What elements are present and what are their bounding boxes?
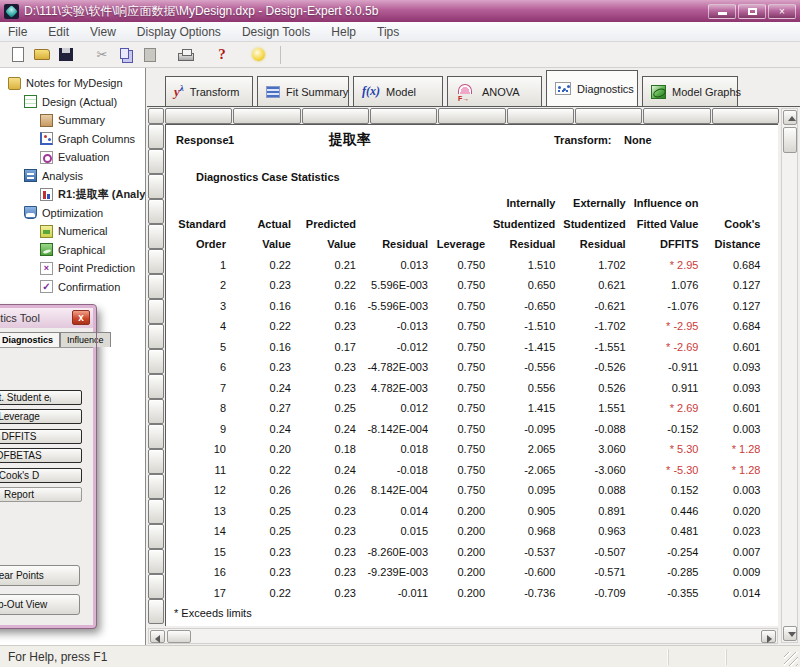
row-header-button[interactable] [148, 349, 164, 374]
toolbar-save-button[interactable] [54, 44, 78, 66]
table-cell: -1.702 [563, 316, 633, 337]
sidebar-item-design-actual[interactable]: Design (Actual) [0, 93, 145, 112]
maximize-button[interactable] [738, 4, 766, 19]
row-header-button[interactable] [148, 124, 164, 149]
scroll-right-button[interactable] [761, 630, 776, 643]
table-cell: 0.16 [234, 337, 299, 358]
row-header-button[interactable] [148, 199, 164, 224]
menu-item-view[interactable]: View [90, 25, 116, 39]
corner-header-button[interactable] [148, 108, 164, 124]
horizontal-scroll-thumb[interactable] [167, 630, 191, 643]
row-header-button[interactable] [148, 449, 164, 474]
table-cell: 15 [166, 542, 234, 563]
row-header-button[interactable] [148, 524, 164, 549]
row-header-button[interactable] [148, 324, 164, 349]
sidebar-item-summary[interactable]: Summary [0, 111, 145, 130]
menu-item-tips[interactable]: Tips [377, 25, 399, 39]
column-header-button[interactable] [643, 108, 710, 124]
column-header-button[interactable] [575, 108, 642, 124]
sidebar-item-confirmation[interactable]: Confirmation [0, 278, 145, 297]
sidebar-item-r1-提取率-analyz[interactable]: R1:提取率 (Analyz [0, 185, 145, 204]
menu-item-display-options[interactable]: Display Options [137, 25, 221, 39]
toolbar-open-button[interactable] [30, 44, 54, 66]
response-label: Response [176, 134, 229, 146]
minimize-button[interactable] [708, 4, 736, 19]
table-cell: 0.23 [299, 378, 364, 399]
column-header-button[interactable] [438, 108, 505, 124]
palette-tab-diagnostics[interactable]: Diagnostics [0, 332, 60, 347]
resize-grip[interactable] [784, 652, 798, 666]
scroll-down-button[interactable] [783, 626, 797, 641]
cut-icon: ✂ [97, 47, 108, 62]
toolbar-paste-button[interactable] [138, 44, 162, 66]
toolbar-help-button[interactable]: ? [210, 44, 234, 66]
tab-model-graphs[interactable]: Model Graphs [642, 76, 738, 106]
row-header-button[interactable] [148, 549, 164, 574]
sidebar-item-label: R1:提取率 (Analyz [58, 187, 146, 202]
horizontal-scrollbar[interactable] [148, 628, 778, 644]
sidebar-item-graphical[interactable]: Graphical [0, 241, 145, 260]
row-header-button[interactable] [148, 474, 164, 499]
row-header-button[interactable] [148, 174, 164, 199]
toolbar-tips-button[interactable] [246, 44, 270, 66]
palette-button-cook-s-d[interactable]: Cook's D [0, 468, 82, 483]
sidebar-item-analysis[interactable]: Analysis [0, 167, 145, 186]
palette-tab-influence[interactable]: Influence [60, 332, 111, 347]
sidebar-item-point-prediction[interactable]: Point Prediction [0, 259, 145, 278]
palette-button-dfbetas[interactable]: DFBETAS [0, 448, 82, 463]
row-header-button[interactable] [148, 149, 164, 174]
row-header-button[interactable] [148, 249, 164, 274]
table-header-cell: Influence on [634, 193, 707, 214]
row-header-button[interactable] [148, 374, 164, 399]
sidebar-item-label: Numerical [58, 225, 108, 237]
row-header-button[interactable] [148, 224, 164, 249]
palette-button-dffits[interactable]: DFFITS [0, 429, 82, 444]
menu-item-design-tools[interactable]: Design Tools [242, 25, 310, 39]
tab-anova[interactable]: F→ANOVA [447, 76, 542, 106]
table-cell: 1.076 [634, 275, 707, 296]
sidebar-item-numerical[interactable]: Numerical [0, 222, 145, 241]
column-header-button[interactable] [370, 108, 437, 124]
table-cell: * 2.95 [634, 255, 707, 276]
sidebar-item-evaluation[interactable]: Evaluation [0, 148, 145, 167]
open-icon [34, 49, 50, 60]
palette-button-ext-student-e[interactable]: Ext. Student eᵢ [0, 390, 82, 405]
row-header-button[interactable] [148, 499, 164, 524]
palette-button-report[interactable]: Report [0, 487, 82, 502]
exceeds-limits-note: * Exceeds limits [174, 607, 252, 619]
palette-close-button[interactable]: x [72, 310, 90, 325]
close-button[interactable]: × [768, 4, 796, 19]
menu-item-file[interactable]: File [8, 25, 27, 39]
column-header-button[interactable] [507, 108, 574, 124]
palette-button-clear-points[interactable]: Clear Points [0, 565, 80, 586]
sidebar-item-graph-columns[interactable]: Graph Columns [0, 130, 145, 149]
vertical-scrollbar[interactable] [781, 108, 798, 643]
toolbar-copy-button[interactable] [114, 44, 138, 66]
toolbar-print-button[interactable] [174, 44, 198, 66]
column-header-button[interactable] [233, 108, 300, 124]
tab-transform[interactable]: yλTransform [165, 76, 253, 106]
toolbar-new-button[interactable] [6, 44, 30, 66]
palette-button-pop-out-view[interactable]: Pop-Out View [0, 594, 80, 615]
vertical-scroll-thumb[interactable] [783, 127, 797, 153]
toolbar-cut-button[interactable]: ✂ [90, 44, 114, 66]
palette-button-leverage[interactable]: Leverage [0, 409, 82, 424]
tab-diagnostics[interactable]: Diagnostics [546, 70, 638, 106]
row-header-button[interactable] [148, 399, 164, 424]
row-header-button[interactable] [148, 599, 164, 624]
tab-fit-summary[interactable]: Fit Summary [257, 76, 349, 106]
tab-model[interactable]: f(x)Model [353, 76, 443, 106]
menu-item-help[interactable]: Help [331, 25, 356, 39]
scroll-left-button[interactable] [150, 630, 165, 643]
row-header-button[interactable] [148, 424, 164, 449]
column-header-button[interactable] [712, 108, 779, 124]
menu-item-edit[interactable]: Edit [48, 25, 69, 39]
row-header-button[interactable] [148, 574, 164, 599]
scroll-up-button[interactable] [783, 110, 797, 125]
column-header-button[interactable] [302, 108, 369, 124]
sidebar-item-notes-for-mydesign[interactable]: Notes for MyDesign [0, 74, 145, 93]
row-header-button[interactable] [148, 274, 164, 299]
row-header-button[interactable] [148, 299, 164, 324]
sidebar-item-optimization[interactable]: Optimization [0, 204, 145, 223]
column-header-button[interactable] [165, 108, 232, 124]
